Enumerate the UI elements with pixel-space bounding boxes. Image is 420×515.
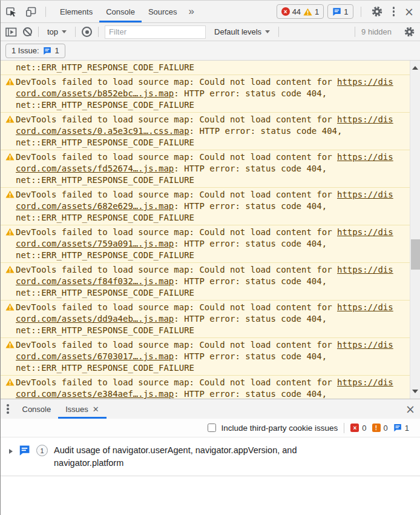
divider [344, 423, 344, 433]
warning-triangle-icon [5, 341, 15, 348]
close-devtools-icon[interactable]: × [404, 6, 414, 18]
devtools-window: Elements Console Sources » × 44 1 [1, 1, 420, 515]
breaking-change-icon: ! [372, 424, 381, 432]
drawer-tab-issues[interactable]: Issues ✕ [58, 399, 106, 419]
page-error-count: 0 [362, 424, 366, 433]
drawer-tabbar: Console Issues ✕ × [1, 399, 420, 419]
console-warning-message: DevTools failed to load source map: Coul… [1, 188, 410, 225]
error-count: 44 [292, 7, 301, 16]
issue-row[interactable]: 1 Audit usage of navigator.userAgent, na… [1, 437, 420, 476]
tab-sources[interactable]: Sources [142, 1, 184, 22]
warning-triangle-icon [5, 378, 15, 386]
divider [75, 27, 76, 37]
warning-icon [303, 8, 312, 16]
more-tabs-icon[interactable]: » [184, 5, 199, 18]
divider [355, 27, 355, 37]
issue-message-count: 1 [344, 7, 348, 16]
issue-infobar: 1 Issue: 1 [1, 41, 420, 61]
console-message-list: net::ERR_HTTP_RESPONSE_CODE_FAILURE DevT… [1, 61, 410, 399]
hidden-messages-label: 9 hidden [361, 27, 392, 36]
warning-triangle-icon [5, 78, 15, 85]
console-warning-partial: net::ERR_HTTP_RESPONSE_CODE_FAILURE [1, 61, 410, 75]
improvement-icon [393, 424, 402, 432]
console-warning-message: DevTools failed to load source map: Coul… [1, 263, 410, 301]
divider [361, 7, 361, 17]
drawer-tab-console[interactable]: Console [15, 399, 59, 419]
console-messages-pane: net::ERR_HTTP_RESPONSE_CODE_FAILURE DevT… [1, 61, 420, 399]
drawer-menu-kebab-icon[interactable] [7, 404, 9, 414]
console-toolbar: top Default levels 9 hidden [1, 23, 420, 41]
console-warning-message: DevTools failed to load source map: Coul… [1, 75, 410, 113]
console-settings-gear-icon[interactable] [404, 26, 415, 38]
close-drawer-icon[interactable]: × [405, 404, 415, 415]
console-warning-message: DevTools failed to load source map: Coul… [1, 113, 410, 150]
context-selector[interactable]: top [45, 27, 69, 36]
warning-triangle-icon [5, 115, 15, 123]
error-warning-counter[interactable]: × 44 1 [277, 4, 324, 19]
console-warning-message: DevTools failed to load source map: Coul… [1, 301, 410, 338]
settings-gear-icon[interactable] [371, 5, 383, 18]
scroll-down-arrow-icon[interactable] [412, 390, 418, 393]
console-warning-message: DevTools failed to load source map: Coul… [1, 376, 410, 399]
issue-count: 1 [55, 46, 59, 55]
issues-toolbar: Include third-party cookie issues × 0 ! … [1, 419, 420, 437]
close-tab-icon[interactable]: ✕ [93, 405, 99, 414]
warning-triangle-icon [5, 228, 15, 236]
improvement-count: 1 [405, 424, 409, 433]
divider [45, 7, 46, 17]
divider [38, 27, 39, 37]
third-party-cookie-checkbox[interactable] [208, 424, 216, 432]
issue-counter-button[interactable]: 1 Issue: 1 [5, 44, 65, 58]
clear-console-icon[interactable] [23, 27, 32, 36]
console-warning-message: DevTools failed to load source map: Coul… [1, 150, 410, 188]
warning-count: 1 [315, 7, 319, 16]
filter-input[interactable] [105, 25, 206, 39]
issues-counter[interactable]: 1 [327, 4, 353, 19]
console-scrollbar[interactable] [410, 61, 420, 399]
toggle-device-toolbar-icon[interactable] [25, 6, 37, 18]
tab-console[interactable]: Console [99, 1, 142, 22]
warning-triangle-icon [5, 265, 15, 273]
menu-kebab-icon[interactable] [393, 7, 395, 16]
page-error-icon: × [350, 424, 359, 432]
scroll-up-arrow-icon[interactable] [412, 66, 418, 70]
console-warning-message: DevTools failed to load source map: Coul… [1, 338, 410, 376]
divider [278, 27, 279, 37]
message-icon [332, 7, 341, 16]
issue-severity-counters: × 0 ! 0 1 [350, 424, 412, 433]
breaking-change-count: 0 [384, 424, 388, 433]
warning-triangle-icon [5, 190, 15, 198]
drawer-empty-space [1, 476, 420, 515]
chevron-down-icon [62, 30, 67, 33]
scrollbar-thumb[interactable] [411, 239, 420, 270]
chevron-down-icon [265, 30, 270, 33]
warning-triangle-icon [5, 303, 15, 311]
tab-elements[interactable]: Elements [53, 1, 99, 22]
inspect-element-icon[interactable] [5, 6, 17, 18]
improvement-icon [19, 445, 30, 456]
console-warning-message: DevTools failed to load source map: Coul… [1, 225, 410, 263]
issue-occurrence-badge: 1 [36, 445, 48, 456]
log-levels-selector[interactable]: Default levels [212, 27, 272, 36]
warning-triangle-icon [5, 153, 15, 161]
console-sidebar-toggle-icon[interactable] [5, 27, 17, 37]
issue-title: Audit usage of navigator.userAgent, navi… [54, 444, 329, 470]
main-tabbar: Elements Console Sources » × 44 1 [1, 1, 420, 23]
error-icon: × [281, 7, 290, 16]
divider [98, 27, 99, 37]
third-party-cookie-checkbox-label[interactable]: Include third-party cookie issues [208, 424, 338, 433]
message-icon [43, 47, 51, 55]
live-expression-eye-icon[interactable] [82, 27, 92, 37]
issue-label: 1 Issue: [11, 46, 39, 55]
expand-triangle-icon[interactable] [9, 449, 13, 454]
